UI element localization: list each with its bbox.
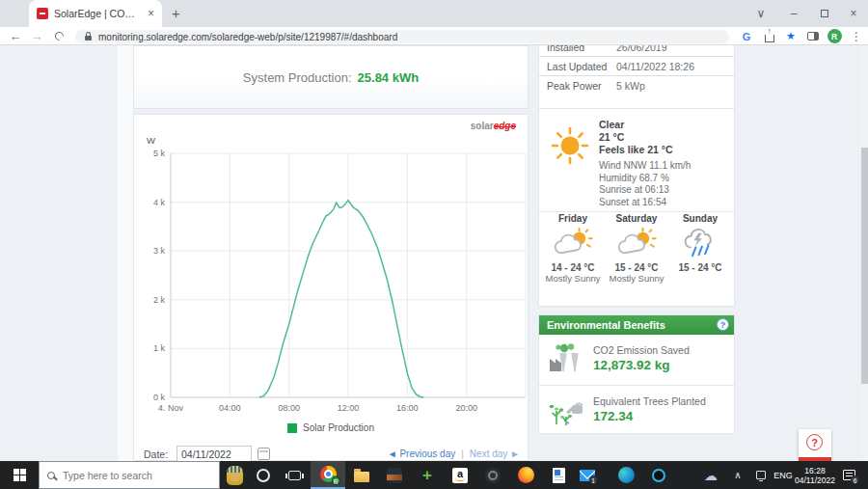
trees-planted-item: Equivalent Trees Planted 172.34 — [539, 385, 734, 435]
alexa-button[interactable] — [642, 461, 675, 489]
profile-avatar[interactable]: R — [825, 27, 844, 45]
trees-planted-value: 172.34 — [593, 409, 633, 423]
amazon-button[interactable]: a — [444, 461, 476, 489]
chrome-profile-badge: R — [332, 476, 340, 485]
task-view-button[interactable] — [278, 461, 311, 489]
system-production-card: System Production: 25.84 kWh — [133, 45, 529, 109]
weather-card: Clear 21 °C Feels like 21 °C Wind NNW 11… — [538, 108, 735, 307]
kebab-menu-icon: ⋮ — [851, 30, 862, 43]
mail-badge: 1 — [589, 475, 598, 484]
svg-text:4 k: 4 k — [153, 198, 166, 207]
partly-sunny-icon — [553, 228, 593, 257]
camera-app-button[interactable] — [476, 461, 509, 489]
dashboard-page: System Production: 25.84 kWh solaredge W… — [0, 45, 868, 461]
window-minimize-button[interactable]: – — [779, 0, 808, 27]
co2-saved-value: 12,873.92 kg — [593, 358, 670, 372]
action-center-button[interactable]: 6 — [839, 461, 868, 489]
url-text: monitoring.solaredge.com/solaredge-web/p… — [98, 32, 397, 42]
svg-text:4. Nov: 4. Nov — [158, 403, 184, 413]
google-icon[interactable]: G — [737, 27, 756, 45]
weather-sunset: Sunset at 16:54 — [599, 197, 691, 209]
svg-text:16:00: 16:00 — [396, 403, 419, 413]
file-explorer-button[interactable] — [345, 461, 378, 489]
side-panel-button[interactable] — [803, 27, 823, 45]
mail-app-button[interactable]: 1 — [575, 461, 608, 489]
edge-icon — [618, 467, 635, 483]
forecast-day: Friday 14 - 24 °C Mostly Sunny — [541, 213, 605, 284]
browser-tab[interactable]: SolarEdge | COOK JOHN × — [29, 0, 162, 27]
search-input[interactable] — [63, 470, 198, 481]
chrome-icon: R — [320, 466, 337, 482]
notification-badge: 6 — [851, 475, 859, 484]
weather-sunrise: Sunrise at 06:13 — [599, 184, 691, 197]
start-button[interactable] — [0, 461, 39, 489]
weather-condition: Clear — [599, 119, 691, 131]
partly-sunny-icon — [616, 228, 657, 257]
photos-app-icon — [387, 468, 402, 483]
share-icon — [765, 35, 774, 42]
production-chart[interactable]: 0 k1 k2 k3 k4 k5 k4. Nov04:0008:0012:001… — [134, 142, 529, 420]
alexa-icon — [652, 469, 665, 482]
back-button[interactable]: ← — [6, 27, 25, 45]
tab-title: SolarEdge | COOK JOHN — [54, 8, 142, 19]
svg-text:20:00: 20:00 — [455, 403, 477, 413]
photos-app-button[interactable] — [378, 461, 411, 489]
tab-search-chevron-icon[interactable]: ∨ — [746, 0, 775, 27]
edge-button[interactable] — [610, 461, 642, 489]
forward-button[interactable]: → — [27, 27, 46, 45]
bookmark-star-icon[interactable]: ★ — [781, 27, 800, 45]
previous-day-link[interactable]: ◄ Previous day — [388, 448, 456, 459]
next-day-link[interactable]: Next day ► — [470, 448, 520, 459]
chrome-taskbar-button[interactable]: R — [311, 461, 345, 489]
scrollbar-thumb[interactable] — [861, 148, 868, 384]
help-icon[interactable]: ? — [717, 318, 729, 331]
site-info-row: Peak Power 5 kWp — [539, 76, 734, 95]
storm-rain-icon — [680, 228, 720, 257]
task-view-icon — [288, 471, 301, 480]
divider — [539, 211, 734, 212]
document-app-button[interactable] — [542, 461, 575, 489]
folder-icon — [354, 472, 369, 482]
window-maximize-button[interactable] — [810, 0, 839, 27]
production-chart-card: solaredge W 0 k1 k2 k3 k4 k5 k4. Nov04:0… — [133, 114, 529, 461]
sun-icon — [551, 126, 589, 169]
pharaoh-app-icon[interactable] — [220, 461, 249, 489]
tray-app-button[interactable] — [750, 461, 772, 489]
chart-legend: Solar Production — [134, 422, 528, 433]
tray-app-icon — [756, 471, 766, 479]
legend-label: Solar Production — [303, 422, 374, 433]
forecast-day: Sunday 15 - 24 °C — [668, 213, 732, 273]
cortana-icon — [257, 469, 270, 482]
browser-tab-bar: SolarEdge | COOK JOHN × + ∨ – × — [0, 0, 868, 27]
forecast-day: Saturday 15 - 24 °C Mostly Sunny — [605, 213, 668, 284]
firefox-button[interactable] — [509, 461, 542, 489]
new-tab-button[interactable]: + — [172, 5, 180, 21]
co2-saved-item: CO2 Emission Saved 12,873.92 kg — [539, 335, 734, 385]
date-input[interactable] — [176, 446, 252, 461]
reload-button[interactable] — [49, 27, 68, 45]
taskbar-search[interactable] — [39, 461, 220, 489]
tab-close-icon[interactable]: × — [148, 7, 154, 20]
taskbar-clock[interactable]: 16:28 04/11/2022 — [791, 461, 839, 489]
tray-expand-button[interactable]: ∧ — [727, 461, 748, 489]
site-info-row: Installed 26/06/2019 — [539, 45, 734, 57]
firefox-icon — [518, 467, 534, 483]
date-navigation-bar: Date: ◄ Previous day | Next day ► — [134, 446, 528, 461]
svg-text:08:00: 08:00 — [278, 403, 300, 413]
clock-time: 16:28 — [804, 466, 825, 475]
weather-feels-like: Feels like 21 °C — [599, 144, 691, 156]
url-omnibox[interactable]: monitoring.solaredge.com/solaredge-web/p… — [75, 30, 729, 43]
cortana-button[interactable] — [249, 461, 278, 489]
calendar-icon[interactable] — [258, 448, 270, 460]
browser-menu-button[interactable]: ⋮ — [847, 27, 866, 45]
weather-humidity: Humidity 68.7 % — [599, 173, 691, 185]
svg-text:2 k: 2 k — [153, 295, 166, 305]
onedrive-tray-button[interactable]: ☁ — [698, 461, 723, 489]
window-close-button[interactable]: × — [839, 0, 868, 27]
support-help-widget[interactable]: ? — [799, 429, 831, 461]
share-button[interactable] — [760, 27, 779, 45]
environmental-benefits-header: Environmental Benefits — [539, 315, 734, 335]
greenshot-button[interactable]: + — [411, 461, 444, 489]
link-separator: | — [461, 448, 464, 459]
windows-logo-icon — [14, 469, 26, 481]
